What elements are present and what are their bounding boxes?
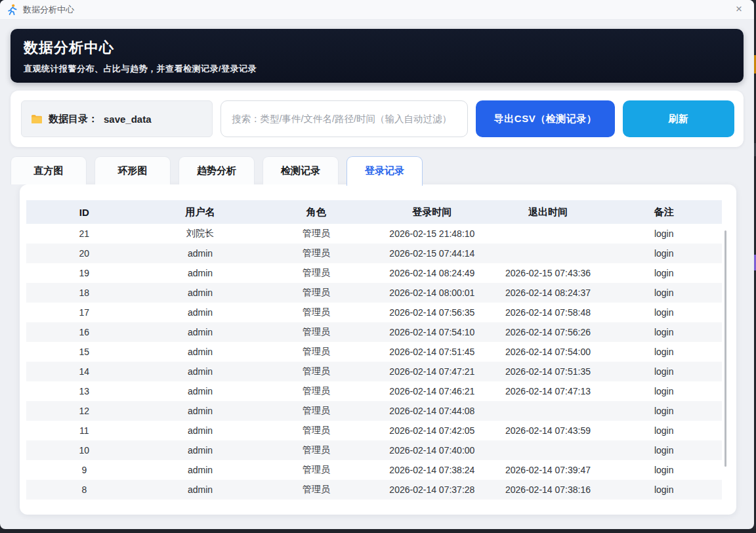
table-row: 17admin管理员2026-02-14 07:56:352026-02-14 … bbox=[26, 303, 722, 322]
table-row: 18admin管理员2026-02-14 08:00:012026-02-14 … bbox=[26, 283, 722, 303]
table-cell: 2026-02-14 07:58:48 bbox=[490, 307, 606, 318]
table-cell: login bbox=[606, 406, 722, 416]
table-header-row: ID用户名角色登录时间退出时间备注 bbox=[26, 200, 722, 224]
data-directory-value: save_data bbox=[104, 114, 152, 125]
page-subtitle: 直观统计报警分布、占比与趋势，并查看检测记录/登录记录 bbox=[24, 63, 730, 75]
page-title: 数据分析中心 bbox=[24, 38, 730, 58]
table-header-cell: 用户名 bbox=[142, 206, 259, 219]
table-cell: 2026-02-14 07:40:00 bbox=[374, 445, 490, 456]
table-cell: login bbox=[606, 465, 722, 475]
table-row: 8admin管理员2026-02-14 07:37:282026-02-14 0… bbox=[26, 480, 722, 500]
table-header-cell: 角色 bbox=[258, 206, 374, 219]
table-cell: 2026-02-15 21:48:10 bbox=[374, 228, 490, 239]
table-cell: 15 bbox=[26, 347, 142, 357]
table-cell: 14 bbox=[26, 366, 142, 377]
data-directory-label: 数据目录： bbox=[49, 113, 98, 125]
table-cell: admin bbox=[142, 347, 259, 357]
table-cell: 管理员 bbox=[258, 366, 374, 377]
app-window: 数据分析中心 × 数据分析中心 直观统计报警分布、占比与趋势，并查看检测记录/登… bbox=[0, 0, 754, 529]
table-cell: 2026-02-14 07:46:21 bbox=[374, 386, 490, 396]
table-cell: 2026-02-15 07:44:14 bbox=[374, 248, 490, 259]
data-directory-box: 数据目录：save_data bbox=[21, 100, 213, 137]
export-csv-button[interactable]: 导出CSV（检测记录） bbox=[476, 100, 615, 137]
tab-4[interactable]: 检测记录 bbox=[262, 156, 339, 184]
table-cell: admin bbox=[142, 268, 259, 278]
tab-1[interactable]: 直方图 bbox=[10, 156, 87, 184]
table-cell: login bbox=[606, 307, 722, 318]
table-cell: 2026-02-14 07:42:05 bbox=[374, 425, 490, 436]
table-cell: 管理员 bbox=[258, 287, 374, 299]
table-cell: 2026-02-14 07:54:10 bbox=[374, 327, 490, 337]
table-cell: 管理员 bbox=[258, 346, 374, 358]
table-row: 15admin管理员2026-02-14 07:51:452026-02-14 … bbox=[26, 342, 722, 362]
table-row: 10admin管理员2026-02-14 07:40:00login bbox=[26, 440, 722, 460]
table-cell: admin bbox=[142, 425, 259, 436]
table-row: 19admin管理员2026-02-14 08:24:492026-02-15 … bbox=[26, 263, 722, 283]
table-cell: admin bbox=[142, 248, 259, 259]
table-cell: 2026-02-14 07:47:21 bbox=[374, 366, 490, 377]
table-cell: 2026-02-14 07:38:16 bbox=[490, 484, 606, 495]
table-vertical-scrollbar[interactable] bbox=[724, 230, 726, 467]
table-cell: 管理员 bbox=[258, 464, 374, 476]
table-cell: 2026-02-14 07:54:00 bbox=[490, 347, 606, 357]
tab-5[interactable]: 登录记录 bbox=[346, 156, 423, 186]
table-cell: admin bbox=[142, 327, 259, 337]
tab-2[interactable]: 环形图 bbox=[94, 156, 171, 184]
table-cell: 20 bbox=[26, 248, 142, 259]
table-cell: login bbox=[606, 366, 722, 377]
table-cell: 16 bbox=[26, 327, 142, 337]
refresh-button[interactable]: 刷新 bbox=[623, 100, 734, 137]
tab-3[interactable]: 趋势分析 bbox=[178, 156, 255, 184]
table-cell: 2026-02-14 08:24:49 bbox=[374, 268, 490, 278]
window-title: 数据分析中心 bbox=[23, 4, 74, 16]
table-cell: login bbox=[606, 268, 722, 278]
table-cell: 2026-02-14 07:39:47 bbox=[490, 465, 606, 475]
table-cell: admin bbox=[142, 366, 259, 377]
table-cell: 2026-02-14 07:43:59 bbox=[490, 425, 606, 436]
toolbar: 数据目录：save_data 导出CSV（检测记录） 刷新 bbox=[10, 91, 744, 147]
table-cell: 管理员 bbox=[258, 267, 374, 279]
table-cell: 管理员 bbox=[258, 326, 374, 338]
table-row: 9admin管理员2026-02-14 07:38:242026-02-14 0… bbox=[26, 460, 722, 480]
table-cell: 管理员 bbox=[258, 385, 374, 397]
table-cell: 18 bbox=[26, 288, 142, 298]
table-cell: login bbox=[606, 288, 722, 298]
login-records-table: ID用户名角色登录时间退出时间备注 21刘院长管理员2026-02-15 21:… bbox=[26, 200, 722, 500]
table-cell: 管理员 bbox=[258, 484, 374, 496]
table-cell: admin bbox=[142, 406, 259, 416]
table-cell: 2026-02-14 07:37:28 bbox=[374, 484, 490, 495]
table-header-cell: 登录时间 bbox=[374, 206, 490, 219]
table-cell: 21 bbox=[26, 228, 142, 239]
table-cell: 2026-02-15 07:43:36 bbox=[490, 268, 606, 278]
table-cell: admin bbox=[142, 484, 259, 495]
table-cell: login bbox=[606, 425, 722, 436]
table-cell: 9 bbox=[26, 465, 142, 475]
hero-banner: 数据分析中心 直观统计报警分布、占比与趋势，并查看检测记录/登录记录 bbox=[10, 29, 744, 83]
close-button[interactable]: × bbox=[732, 3, 746, 17]
table-cell: 2026-02-14 07:56:35 bbox=[374, 307, 490, 318]
table-cell: 2026-02-14 07:51:45 bbox=[374, 347, 490, 357]
table-cell: 2026-02-14 07:56:26 bbox=[490, 327, 606, 337]
table-cell: 11 bbox=[26, 425, 142, 436]
table-cell: 12 bbox=[26, 406, 142, 416]
table-cell: login bbox=[606, 386, 722, 396]
table-cell: 2026-02-14 07:38:24 bbox=[374, 465, 490, 475]
table-cell: 2026-02-14 08:24:37 bbox=[490, 288, 606, 298]
search-input[interactable] bbox=[220, 100, 468, 137]
table-cell: 19 bbox=[26, 268, 142, 278]
table-cell: 17 bbox=[26, 307, 142, 318]
table-row: 16admin管理员2026-02-14 07:54:102026-02-14 … bbox=[26, 322, 722, 342]
table-cell: 管理员 bbox=[258, 307, 374, 318]
table-cell: 13 bbox=[26, 386, 142, 396]
table-cell: 2026-02-14 07:47:13 bbox=[490, 386, 606, 396]
table-row: 14admin管理员2026-02-14 07:47:212026-02-14 … bbox=[26, 362, 722, 381]
table-cell: 10 bbox=[26, 445, 142, 456]
table-cell: login bbox=[606, 327, 722, 337]
table-cell: 管理员 bbox=[258, 228, 374, 240]
table-cell: login bbox=[606, 248, 722, 259]
login-records-panel: ID用户名角色登录时间退出时间备注 21刘院长管理员2026-02-15 21:… bbox=[20, 184, 736, 515]
table-cell: admin bbox=[142, 386, 259, 396]
table-cell: 2026-02-14 08:00:01 bbox=[374, 288, 490, 298]
table-cell: 刘院长 bbox=[142, 228, 259, 240]
table-row: 20admin管理员2026-02-15 07:44:14login bbox=[26, 244, 722, 263]
